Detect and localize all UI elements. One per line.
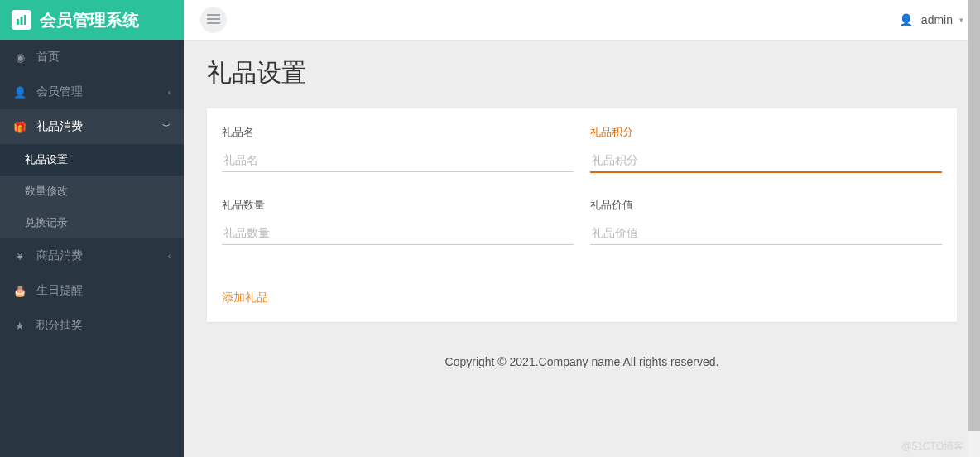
caret-down-icon: ▾ <box>959 16 963 24</box>
sub-gift-record[interactable]: 兑换记录 <box>0 207 184 238</box>
svg-rect-2 <box>24 15 26 25</box>
svg-rect-1 <box>21 17 23 25</box>
sidebar: 会员管理系统 ◉ 首页 👤 会员管理 ‹ 🎁 礼品消费 ﹀ 礼品设置 数量修改 … <box>0 0 184 457</box>
sub-gift-qty[interactable]: 数量修改 <box>0 176 184 207</box>
nav-lottery[interactable]: ★ 积分抽奖 <box>0 308 184 343</box>
form-card: 礼品名 礼品积分 礼品数量 礼品价值 <box>207 108 957 322</box>
field-gift-name: 礼品名 <box>222 125 574 173</box>
nav-birthday-label: 生日提醒 <box>36 283 83 298</box>
sub-gift-setting[interactable]: 礼品设置 <box>0 144 184 176</box>
nav-home[interactable]: ◉ 首页 <box>0 40 184 75</box>
logo-title: 会员管理系统 <box>40 9 139 31</box>
nav-gift-submenu: 礼品设置 数量修改 兑换记录 <box>0 144 184 238</box>
gift-qty-input[interactable] <box>222 221 574 245</box>
scrollbar-thumb[interactable] <box>968 0 980 431</box>
field-gift-points: 礼品积分 <box>590 125 942 173</box>
gift-qty-label: 礼品数量 <box>222 198 574 213</box>
dashboard-icon: ◉ <box>13 51 26 64</box>
chevron-down-icon: ﹀ <box>162 121 171 132</box>
gift-name-input[interactable] <box>222 148 574 172</box>
page-title: 礼品设置 <box>207 56 957 90</box>
gift-points-label: 礼品积分 <box>590 125 942 140</box>
form-grid: 礼品名 礼品积分 礼品数量 礼品价值 <box>222 125 942 245</box>
logo: 会员管理系统 <box>0 0 184 40</box>
nav-product-label: 商品消费 <box>36 248 83 263</box>
card-actions: 添加礼品 <box>222 291 942 305</box>
gift-points-input[interactable] <box>590 148 942 173</box>
nav-product[interactable]: ¥ 商品消费 ‹ <box>0 238 184 273</box>
nav-home-label: 首页 <box>36 50 60 65</box>
content: 礼品设置 礼品名 礼品积分 礼品数量 <box>184 40 980 457</box>
watermark: @51CTO博客 <box>901 440 963 454</box>
gift-value-label: 礼品价值 <box>590 198 942 213</box>
nav-birthday[interactable]: 🎂 生日提醒 <box>0 273 184 308</box>
logo-icon <box>12 10 31 30</box>
user-icon: 👤 <box>899 13 913 26</box>
hamburger-icon <box>207 13 220 26</box>
add-gift-button[interactable]: 添加礼品 <box>222 291 268 305</box>
page-scrollbar[interactable] <box>968 0 980 457</box>
user-dropdown[interactable]: 👤 admin ▾ <box>899 13 963 26</box>
user-name: admin <box>921 13 953 26</box>
topbar: 👤 admin ▾ <box>184 0 980 40</box>
nav-member-label: 会员管理 <box>36 84 83 99</box>
nav-gift-label: 礼品消费 <box>36 119 83 134</box>
gift-name-label: 礼品名 <box>222 125 574 140</box>
user-icon: 👤 <box>13 86 26 99</box>
field-gift-value: 礼品价值 <box>590 198 942 245</box>
nav-member[interactable]: 👤 会员管理 ‹ <box>0 75 184 109</box>
yen-icon: ¥ <box>13 250 26 262</box>
svg-rect-0 <box>17 19 19 25</box>
nav-menu: ◉ 首页 👤 会员管理 ‹ 🎁 礼品消费 ﹀ 礼品设置 数量修改 兑换记录 ¥ … <box>0 40 184 343</box>
cake-icon: 🎂 <box>13 285 26 297</box>
nav-lottery-label: 积分抽奖 <box>36 318 83 333</box>
footer-text: Copyright © 2021.Company name All rights… <box>207 322 957 377</box>
gift-icon: 🎁 <box>13 121 26 133</box>
chevron-left-icon: ‹ <box>168 88 171 97</box>
star-icon: ★ <box>13 320 26 332</box>
menu-toggle-button[interactable] <box>200 7 227 33</box>
chevron-left-icon: ‹ <box>168 252 171 261</box>
nav-gift[interactable]: 🎁 礼品消费 ﹀ <box>0 109 184 144</box>
field-gift-qty: 礼品数量 <box>222 198 574 245</box>
main-area: 👤 admin ▾ 礼品设置 礼品名 礼品积分 礼 <box>184 0 980 457</box>
gift-value-input[interactable] <box>590 221 942 245</box>
